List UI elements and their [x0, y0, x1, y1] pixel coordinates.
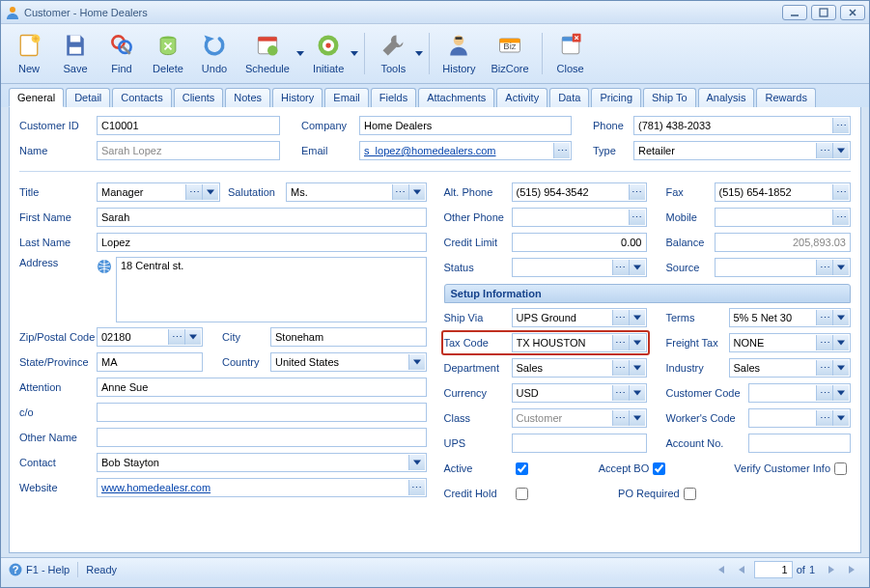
shipvia-lookup[interactable]: ⋯ — [612, 310, 629, 325]
customercode-field[interactable]: ⋯ — [748, 383, 852, 403]
phone-field[interactable]: ⋯ — [633, 116, 851, 135]
city-field[interactable] — [270, 327, 427, 347]
ups-field[interactable] — [512, 434, 647, 453]
class-field[interactable]: ⋯ — [512, 408, 647, 428]
tab-general[interactable]: General — [9, 88, 64, 107]
lastname-field[interactable] — [97, 233, 427, 252]
map-icon[interactable] — [97, 259, 112, 274]
type-lookup-button[interactable]: ⋯ — [816, 143, 832, 158]
customercode-lookup[interactable]: ⋯ — [816, 385, 832, 401]
maximize-button[interactable] — [811, 5, 836, 20]
verify-checkbox[interactable] — [834, 462, 847, 475]
schedule-button[interactable]: Schedule — [239, 27, 296, 77]
tab-rewards[interactable]: Rewards — [756, 88, 815, 107]
contact-field[interactable] — [97, 453, 427, 472]
new-button[interactable]: New — [7, 27, 51, 77]
tab-analysis[interactable]: Analysis — [698, 88, 755, 107]
tab-fields[interactable]: Fields — [371, 88, 416, 107]
close-button[interactable]: Close — [548, 27, 593, 77]
attention-field[interactable] — [97, 378, 427, 397]
contact-dropdown[interactable] — [408, 455, 425, 470]
tab-data[interactable]: Data — [549, 88, 589, 107]
currency-lookup[interactable]: ⋯ — [612, 385, 629, 401]
status-lookup[interactable]: ⋯ — [612, 260, 629, 275]
status-field[interactable]: ⋯ — [512, 258, 647, 277]
initiate-button[interactable]: Initiate — [306, 27, 351, 77]
terms-field[interactable]: ⋯ — [729, 308, 852, 327]
first-record-button[interactable] — [712, 561, 729, 578]
taxcode-field[interactable]: ⋯ — [512, 333, 647, 352]
poreq-checkbox[interactable] — [684, 488, 696, 500]
class-dropdown[interactable] — [629, 410, 645, 426]
accountno-field[interactable] — [748, 434, 852, 453]
name-field[interactable] — [97, 141, 280, 160]
tab-contacts[interactable]: Contacts — [112, 88, 171, 107]
find-button[interactable]: Find — [99, 27, 144, 77]
shipvia-dropdown[interactable] — [629, 310, 645, 325]
workerscode-field[interactable]: ⋯ — [748, 408, 852, 428]
workerscode-lookup[interactable]: ⋯ — [816, 410, 832, 426]
currency-field[interactable]: ⋯ — [512, 383, 647, 403]
creditlimit-field[interactable] — [512, 233, 647, 252]
department-field[interactable]: ⋯ — [512, 358, 647, 378]
email-field[interactable]: s_lopez@homedealers.com⋯ — [359, 141, 572, 160]
co-field[interactable] — [97, 403, 427, 422]
mobile-field[interactable]: ⋯ — [715, 208, 852, 227]
industry-field[interactable]: ⋯ — [729, 358, 852, 378]
tab-clients[interactable]: Clients — [174, 88, 224, 107]
next-record-button[interactable] — [823, 561, 840, 578]
currency-dropdown[interactable] — [629, 385, 645, 401]
type-field[interactable]: ⋯ — [633, 141, 851, 160]
company-field[interactable] — [359, 116, 572, 135]
status-dropdown[interactable] — [629, 260, 645, 275]
page-number-input[interactable] — [754, 561, 793, 578]
otherphone-lookup[interactable]: ⋯ — [629, 210, 645, 225]
fax-field[interactable]: ⋯ — [715, 182, 852, 202]
email-link[interactable]: s_lopez@homedealers.com — [364, 145, 496, 156]
title-field[interactable]: ⋯ — [97, 182, 220, 202]
tab-history[interactable]: History — [272, 88, 323, 107]
type-dropdown[interactable] — [832, 143, 849, 158]
title-lookup[interactable]: ⋯ — [185, 184, 202, 200]
delete-button[interactable]: Delete — [146, 27, 190, 77]
source-lookup[interactable]: ⋯ — [816, 260, 832, 275]
address-field[interactable]: 18 Central st. — [116, 257, 427, 322]
help-icon[interactable]: ? — [9, 563, 22, 576]
tools-button[interactable]: Tools — [371, 27, 415, 77]
class-lookup[interactable]: ⋯ — [612, 410, 629, 426]
terms-dropdown[interactable] — [832, 310, 849, 325]
tab-notes[interactable]: Notes — [225, 88, 270, 107]
zip-lookup[interactable]: ⋯ — [168, 329, 184, 345]
tab-activity[interactable]: Activity — [496, 88, 547, 107]
firstname-field[interactable] — [97, 208, 427, 227]
website-link[interactable]: www.homedealesr.com — [101, 482, 210, 493]
customercode-dropdown[interactable] — [832, 385, 849, 401]
initiate-dropdown[interactable] — [351, 27, 358, 58]
salutation-lookup[interactable]: ⋯ — [392, 184, 408, 200]
workerscode-dropdown[interactable] — [832, 410, 849, 426]
state-field[interactable] — [97, 352, 203, 372]
help-text[interactable]: F1 - Help — [26, 564, 70, 575]
freighttax-dropdown[interactable] — [832, 335, 849, 350]
tools-dropdown[interactable] — [415, 27, 423, 58]
othername-field[interactable] — [97, 428, 427, 447]
schedule-dropdown[interactable] — [296, 27, 304, 58]
altphone-field[interactable]: ⋯ — [512, 182, 647, 202]
taxcode-dropdown[interactable] — [629, 335, 645, 350]
department-lookup[interactable]: ⋯ — [612, 360, 629, 376]
title-dropdown[interactable] — [202, 184, 218, 200]
freighttax-field[interactable]: ⋯ — [729, 333, 852, 352]
altphone-lookup[interactable]: ⋯ — [629, 184, 645, 200]
taxcode-lookup[interactable]: ⋯ — [612, 335, 629, 350]
customer-id-field[interactable] — [97, 116, 280, 135]
credithold-checkbox[interactable] — [516, 488, 528, 500]
shipvia-field[interactable]: ⋯ — [512, 308, 647, 327]
tab-pricing[interactable]: Pricing — [591, 88, 641, 107]
save-button[interactable]: Save — [53, 27, 98, 77]
undo-button[interactable]: Undo — [192, 27, 237, 77]
bizcore-button[interactable]: BizBizCore — [485, 27, 536, 77]
mobile-lookup[interactable]: ⋯ — [832, 210, 849, 225]
source-dropdown[interactable] — [832, 260, 849, 275]
salutation-dropdown[interactable] — [408, 184, 425, 200]
phone-lookup-button[interactable]: ⋯ — [832, 118, 849, 133]
